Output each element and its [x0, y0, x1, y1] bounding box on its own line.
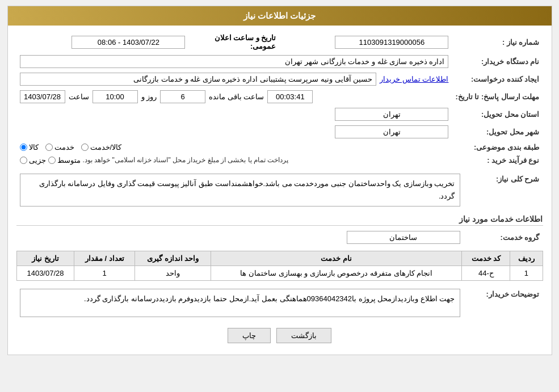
- radio-khedmat-label: خدمت: [54, 143, 74, 151]
- process-note: پرداخت تمام یا بخشی از مبلغ خریداز محل "…: [83, 156, 289, 164]
- radio-motavasset-label: متوسط: [57, 156, 81, 165]
- requester-label: نام دستگاه خریدار:: [452, 53, 543, 70]
- buyer-notes-label: توضیحات خریدار:: [464, 286, 543, 319]
- buyer-notes-value: جهت اطلاع وبازدیدازمحل پروژه با093640423…: [20, 289, 460, 317]
- radio-kala-khedmat-label: کالا/خدمت: [90, 143, 122, 151]
- col-name: نام خدمت: [211, 251, 462, 266]
- page-title: جزئیات اطلاعات نیاز: [8, 6, 552, 26]
- cell-unit: واحد: [135, 266, 211, 281]
- province-label: استان محل تحویل:: [452, 106, 543, 123]
- services-table: ردیف کد خدمت نام خدمت واحد اندازه گیری ت…: [16, 251, 543, 281]
- deadline-time: 10:00: [93, 90, 138, 103]
- cell-name: انجام کارهای متفرقه درخصوص بازسازی و بهس…: [211, 266, 462, 281]
- services-section-title: اطلاعات خدمات مورد نیاز: [16, 214, 543, 226]
- deadline-date: 1403/07/28: [20, 90, 65, 103]
- announce-value: 1403/07/22 - 08:06: [72, 36, 185, 49]
- cell-row: 1: [510, 266, 543, 281]
- radio-kala[interactable]: کالا: [20, 143, 39, 151]
- requester-value: اداره ذخیره سازی غله و خدمات بازرگانی شه…: [20, 55, 449, 68]
- group-service-label: گروه خدمت:: [464, 229, 543, 246]
- contact-link[interactable]: اطلاعات تماس خریدار: [380, 75, 448, 83]
- deadline-time-label: ساعت: [69, 92, 89, 101]
- deadline-remaining-label: ساعت باقی مانده: [209, 92, 264, 101]
- description-label: شرح کلی نیاز:: [464, 171, 543, 209]
- creator-value: حسین آقایی ونیه سرپرست پشتیبانی اداره ذخ…: [20, 73, 377, 86]
- table-row: 1 ح-44 انجام کارهای متفرقه درخصوص بازساز…: [16, 266, 543, 281]
- back-button[interactable]: بازگشت: [276, 328, 331, 343]
- city-label: شهر محل تحویل:: [452, 123, 543, 141]
- need-number-value: 1103091319000056: [335, 36, 448, 49]
- process-label: نوع فرآیند خرید :: [452, 154, 543, 167]
- col-qty: تعداد / مقدار: [74, 251, 135, 266]
- deadline-label: مهلت ارسال پاسخ: تا تاریخ:: [452, 88, 543, 106]
- cell-code: ح-44: [462, 266, 510, 281]
- radio-khedmat[interactable]: خدمت: [45, 143, 74, 151]
- radio-kala-khedmat[interactable]: کالا/خدمت: [81, 143, 122, 151]
- col-code: کد خدمت: [462, 251, 510, 266]
- radio-kala-label: کالا: [29, 143, 39, 151]
- radio-jozii-label: جزیی: [29, 156, 46, 165]
- print-button[interactable]: چاپ: [228, 328, 271, 343]
- deadline-days: 6: [160, 90, 205, 103]
- radio-motavasset[interactable]: متوسط: [48, 156, 81, 165]
- creator-label: ایجاد کننده درخواست:: [452, 70, 543, 88]
- button-row: بازگشت چاپ: [16, 328, 543, 343]
- col-date: تاریخ نیاز: [16, 251, 74, 266]
- col-row: ردیف: [510, 251, 543, 266]
- radio-jozii[interactable]: جزیی: [20, 156, 46, 165]
- group-service-value: ساختمان: [347, 231, 460, 244]
- category-label: طبقه بندی موضوعی:: [452, 141, 543, 154]
- description-value: تخریب وبازسازی یک واحدساختمان جنبی موردخ…: [20, 174, 460, 206]
- city-value: تهران: [335, 125, 448, 138]
- announce-label: تاریخ و ساعت اعلان عمومی:: [188, 31, 279, 53]
- province-value: تهران: [335, 108, 448, 121]
- deadline-remaining: 00:03:41: [267, 90, 313, 103]
- cell-date: 1403/07/28: [16, 266, 74, 281]
- cell-qty: 1: [74, 266, 135, 281]
- deadline-day-label: روز و: [141, 92, 157, 101]
- need-number-label: شماره نیاز :: [452, 31, 543, 53]
- col-unit: واحد اندازه گیری: [135, 251, 211, 266]
